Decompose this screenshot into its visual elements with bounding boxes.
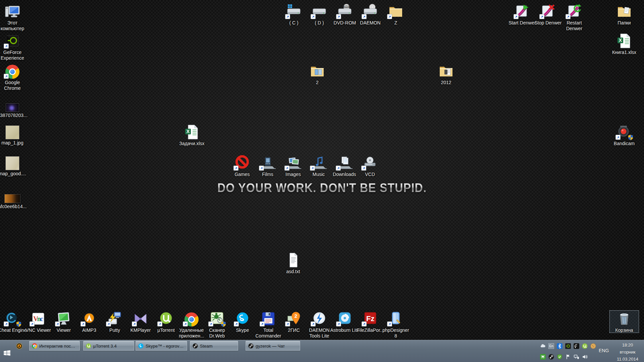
- shortcut-arrow-icon: [4, 44, 9, 49]
- uac-shield-icon: [628, 135, 633, 140]
- shortcut-arrow-icon: [539, 14, 544, 19]
- blocked-icon: [233, 154, 251, 171]
- desktop-icon-label: afc0ee6b14...: [0, 204, 28, 209]
- computer-icon: [3, 3, 21, 19]
- shortcut-arrow-icon: [387, 14, 392, 19]
- desktop-icon-label: VCD: [355, 172, 385, 177]
- shortcut-arrow-icon: [336, 321, 341, 326]
- svg-text:Fz: Fz: [366, 314, 374, 323]
- security-shield-tray-icon[interactable]: [557, 354, 562, 360]
- wallpaper-message: DO YOUR WORK. DON'T BE STUPID.: [19, 181, 625, 195]
- desktop-icon-label: GeForce Experience: [0, 50, 28, 61]
- desktop-icon-map-good[interactable]: map_good....: [0, 154, 28, 177]
- desktop-icon-map-1-jpg[interactable]: map_1.jpg: [0, 123, 28, 146]
- drweb-tray-icon[interactable]: [540, 354, 546, 360]
- daemon-icon: [361, 3, 379, 19]
- desktop-icon-folder-2[interactable]: 2: [302, 62, 332, 85]
- skype-icon: [138, 343, 144, 349]
- desktop-icon-asd-txt[interactable]: asd.txt: [278, 251, 308, 275]
- kmplayer-icon: [131, 310, 150, 327]
- taskbar-button-label: µTorrent 3.4: [93, 344, 117, 349]
- cookie-tray-icon[interactable]: [590, 343, 596, 349]
- desktop-icon-folder-2012[interactable]: 2012: [431, 62, 461, 85]
- viewer-icon: [55, 310, 73, 327]
- language-indicator[interactable]: ENG: [599, 348, 609, 353]
- desktop-icon-label: phpDesigner 8: [381, 327, 411, 339]
- taskbar-button-steam-window[interactable]: Steam: [190, 341, 238, 351]
- taskbar-button-label: Интерактив пост: ра...: [39, 344, 77, 349]
- taskbar-button-steam-chat-window[interactable]: gyzerok — Чат: [246, 341, 300, 351]
- shortcut-arrow-icon: [157, 321, 162, 326]
- utorrent-tray-icon[interactable]: [582, 343, 588, 349]
- network-tray-icon[interactable]: [574, 354, 579, 360]
- desktop-icon-label: Google Chrome: [0, 80, 28, 91]
- start-button[interactable]: [4, 350, 10, 356]
- desktop-icon-label: map_good....: [0, 171, 28, 177]
- desktop-icon-kniga1-xlsx[interactable]: XКнига1.xlsx: [609, 32, 639, 55]
- taskbar-button-chrome-window[interactable]: Интерактив пост: ра...: [29, 341, 80, 351]
- shortcut-arrow-icon: [80, 321, 86, 326]
- desktop-icon-label: 1387078203...: [0, 113, 28, 118]
- desktop-icon-recycle-bin[interactable]: Корзина: [609, 310, 639, 333]
- steam-tray-icon[interactable]: [548, 354, 554, 360]
- bluetooth-tray-icon[interactable]: [557, 343, 562, 349]
- denwer-stop-icon: [539, 3, 557, 19]
- bandicam-icon: [615, 123, 633, 140]
- steam-icon: [193, 343, 198, 349]
- desktop-icon-geforce-experience[interactable]: GeForce Experience: [0, 32, 28, 61]
- desktop-icon-afc0ee6b14[interactable]: afc0ee6b14...: [0, 186, 28, 209]
- recycle-icon: [615, 310, 633, 327]
- desktop-icon-zadachi-xlsx[interactable]: XЗадачи.xlsx: [177, 123, 207, 146]
- tray-row-1: En: [540, 343, 596, 349]
- drive-c-icon: [285, 3, 303, 19]
- desktop-icon-this-computer[interactable]: Этот компьютер: [0, 3, 28, 32]
- skype-icon: [233, 310, 252, 327]
- shortcut-arrow-icon: [285, 14, 290, 19]
- aimp-taskbar-icon[interactable]: [16, 343, 22, 349]
- desktop-icon-restart-denwer[interactable]: Restart Denwer: [559, 3, 589, 32]
- shortcut-arrow-icon: [285, 321, 290, 326]
- desktop-icon-label: Корзина: [609, 327, 639, 333]
- desktop-icon-label: asd.txt: [278, 269, 308, 275]
- shortcut-arrow-icon: [4, 321, 9, 326]
- photo-wide-icon: [3, 186, 21, 203]
- desktop-icon-label: Этот компьютер: [0, 20, 28, 32]
- shortcut-arrow-icon: [284, 166, 289, 171]
- taskbar-button-skype-window[interactable]: Skype™ - egorovmz...: [136, 341, 187, 351]
- chrome-icon: [32, 343, 37, 349]
- desktop-icon-papki[interactable]: Папки: [609, 3, 639, 26]
- taskbar-button-label: Steam: [200, 344, 213, 349]
- desktop-icon-vcd[interactable]: VCD: [355, 154, 385, 177]
- denwer-start-icon: [513, 3, 531, 19]
- desktop-icon-label: Папки: [609, 20, 639, 26]
- desktop-icon-stop-denwer[interactable]: Stop Denwer: [533, 3, 563, 26]
- satellite-tray-icon[interactable]: [574, 343, 579, 349]
- clock-date: 11.03.2014: [612, 356, 643, 362]
- desktop-icon-image-1387078203[interactable]: 1387078203...: [0, 95, 28, 118]
- desktop-icon-label: Stop Denwer: [533, 20, 563, 26]
- volume-tray-icon[interactable]: [582, 354, 588, 360]
- notification-flag-tray-icon[interactable]: [565, 354, 571, 360]
- clock-time: 18:20: [612, 342, 643, 349]
- desktop-icon-z-folder[interactable]: Z: [381, 3, 411, 26]
- music-icon: [310, 154, 328, 171]
- clock[interactable]: 18:20 вторник 11.03.2014: [612, 342, 643, 362]
- taskbar: En ENG 18:20 вторник 11.03.2014 Интеракт…: [0, 340, 644, 362]
- astroburn-icon: [336, 310, 354, 327]
- shortcut-arrow-icon: [260, 321, 265, 326]
- drweb-icon: [208, 310, 226, 327]
- uac-shield-icon: [16, 321, 21, 327]
- desktop-icon-phpdesigner-8[interactable]: phpDesigner 8: [381, 310, 411, 339]
- taskbar-button-utorrent-window[interactable]: µTorrent 3.4: [83, 341, 134, 351]
- desktop-icon-google-chrome[interactable]: Google Chrome: [0, 62, 28, 91]
- language-en-badge[interactable]: En: [548, 343, 554, 349]
- shortcut-arrow-icon: [387, 321, 392, 326]
- vcd-icon: [361, 154, 379, 171]
- cloud-tray-icon[interactable]: [540, 343, 546, 349]
- aimp-icon: [80, 310, 98, 327]
- nvidia-tray-icon[interactable]: [565, 343, 571, 349]
- folder-page-icon: [615, 3, 633, 19]
- map2-icon: [3, 154, 21, 170]
- desktop-icon-bandicam[interactable]: Bandicam: [609, 123, 639, 146]
- taskbar-button-label: Skype™ - egorovmz...: [146, 344, 184, 349]
